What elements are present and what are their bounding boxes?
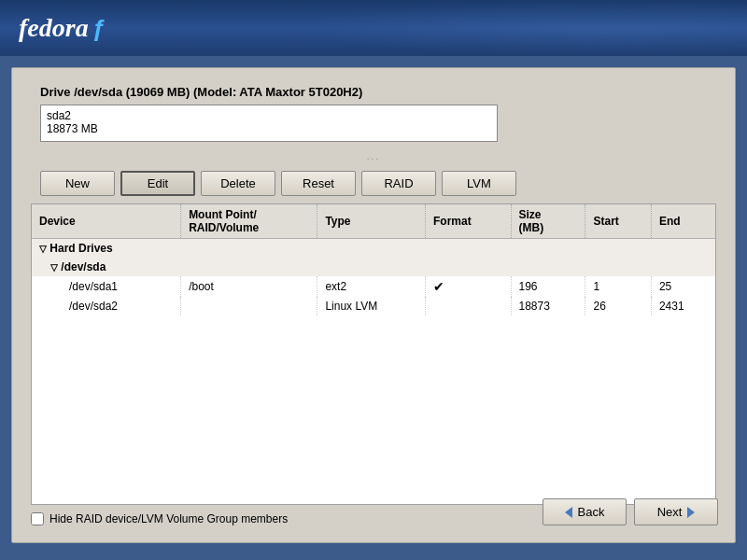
col-end: End (651, 204, 715, 239)
col-start: Start (585, 204, 651, 239)
device-sda2: /dev/sda2 (32, 297, 181, 315)
col-format: Format (425, 204, 511, 239)
logo-text: fedora (19, 13, 89, 43)
new-button[interactable]: New (40, 171, 115, 196)
raid-button[interactable]: RAID (361, 171, 436, 196)
delete-button[interactable]: Delete (201, 171, 275, 196)
back-button[interactable]: Back (543, 498, 627, 525)
lvm-button[interactable]: LVM (442, 171, 516, 196)
type-sda1: ext2 (317, 276, 426, 297)
table-header-row: Device Mount Point/RAID/Volume Type Form… (32, 204, 715, 239)
next-button[interactable]: Next (634, 498, 718, 525)
device-sda1: /dev/sda1 (32, 276, 181, 297)
toolbar: New Edit Delete Reset RAID LVM (21, 163, 726, 203)
logo-symbol: ƒ (92, 14, 106, 43)
section-sda: ▽ /dev/sda (32, 258, 715, 276)
reset-button[interactable]: Reset (281, 171, 356, 196)
partition-table: Device Mount Point/RAID/Volume Type Form… (32, 204, 715, 315)
edit-button[interactable]: Edit (120, 171, 195, 196)
table-row[interactable]: /dev/sda1 /boot ext2 ✔ 196 1 25 (32, 276, 715, 297)
next-icon (687, 507, 695, 518)
sda-expand-icon: ▽ (50, 262, 58, 273)
drive-label: Drive /dev/sda (19069 MB) (Model: ATA Ma… (40, 85, 707, 99)
separator-dots: ... (21, 151, 726, 161)
size-sda1: 196 (511, 276, 585, 297)
format-sda2 (425, 297, 511, 315)
hide-raid-checkbox[interactable] (31, 512, 44, 525)
nav-buttons: Back Next (543, 498, 718, 525)
start-sda2: 26 (585, 297, 651, 315)
main-panel: Drive /dev/sda (19069 MB) (Model: ATA Ma… (11, 67, 736, 543)
col-device: Device (32, 204, 181, 239)
col-mount: Mount Point/RAID/Volume (181, 204, 317, 239)
col-type: Type (317, 204, 426, 239)
drive-bar-name: sda2 18873 MB (47, 109, 98, 135)
drive-bar: sda2 18873 MB (40, 105, 498, 142)
format-sda1: ✔ (425, 276, 511, 297)
mount-sda1: /boot (181, 276, 317, 297)
start-sda1: 1 (585, 276, 651, 297)
mount-sda2 (181, 297, 317, 315)
end-sda1: 25 (651, 276, 715, 297)
drive-preview: Drive /dev/sda (19069 MB) (Model: ATA Ma… (21, 77, 726, 149)
size-sda2: 18873 (511, 297, 585, 315)
section-hard-drives: ▽ Hard Drives (32, 239, 715, 259)
expand-icon: ▽ (39, 244, 47, 254)
partition-table-area: Device Mount Point/RAID/Volume Type Form… (31, 203, 716, 505)
col-size: Size(MB) (511, 204, 585, 239)
back-icon (565, 507, 572, 518)
end-sda2: 2431 (651, 297, 715, 315)
header: fedora ƒ (0, 0, 747, 56)
logo: fedora ƒ (19, 13, 106, 43)
table-row[interactable]: /dev/sda2 Linux LVM 18873 26 2431 (32, 297, 715, 315)
type-sda2: Linux LVM (317, 297, 426, 315)
